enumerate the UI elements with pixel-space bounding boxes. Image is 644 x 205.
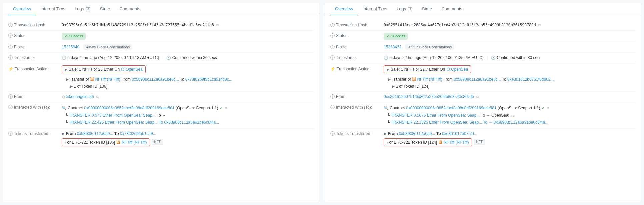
row-tokens-left: ? Tokens Transferred: ▶ From 0x58908c112… <box>8 129 314 148</box>
value-from-right: 0xe301612b0751f6d862a27be205fb8e3c40c8c6… <box>384 94 636 100</box>
status-badge-left: ✓ Success <box>62 33 86 40</box>
tab-internal-txns-left[interactable]: Internal Txns <box>36 3 70 15</box>
row-tokens-right: ? Tokens Transferred: ▶ From 0x58908c112… <box>330 129 636 148</box>
value-block-left: 15325640 40509 Block Confirmations <box>62 44 314 50</box>
help-icon-status: ? <box>8 33 13 38</box>
tx-hash-value-left: 0x98793c0e5fc5b7db1b5f438729ff2c2585cb5f… <box>62 23 214 27</box>
tab-comments-right[interactable]: Comments <box>437 3 467 15</box>
row-from-right: ? From: 0xe301612b0751f6d862a27be205fb8e… <box>330 92 636 102</box>
transfer-from-right[interactable]: 0x58908c112a6a91be6c... <box>454 77 501 82</box>
tab-state-left[interactable]: State <box>95 3 115 15</box>
opensea-link-right[interactable]: OpenSea <box>451 66 468 72</box>
verify-icon-right: ✓ <box>541 106 544 110</box>
transfer2-to-right[interactable]: To → 0x58908c112a6a91be6c6f4a... <box>483 120 548 125</box>
contract-address-right[interactable]: 0x00000000006c3852cbef3e08e8df289169ede5… <box>406 106 497 110</box>
transfer2-right[interactable]: TRANSFER 22.1325 Ether From OpenSea: Sea… <box>391 120 482 125</box>
arrow-tokens-left: ▶ <box>62 131 65 136</box>
value-tx-hash-right: 0x0295f410cca2686ae4a627efcd4b2af12e0f3f… <box>384 22 636 28</box>
contract-address-left[interactable]: 0x00000000006c3852cbef3e08e8df289169ede5… <box>84 106 175 110</box>
transfer-to-left[interactable]: 0x78f0269f5b1ca914c8c... <box>185 77 232 82</box>
tx-hash-value-right: 0x0295f410cca2686ae4a627efcd4b2af12e0f3f… <box>384 23 536 27</box>
confirmations-left: 40509 Block Confirmations <box>83 44 132 50</box>
block-number-left[interactable]: 15325640 <box>62 45 79 49</box>
block-number-right[interactable]: 15328432 <box>384 45 401 49</box>
help-icon-from-r: ? <box>330 94 335 99</box>
help-icon-timestamp-r: ? <box>330 55 335 60</box>
tokens-to-left[interactable]: 0x78f0269f5b1ca9... <box>120 131 156 136</box>
transfer1-right[interactable]: TRANSFER 0.5675 Ether From OpenSea: Seap… <box>391 113 480 118</box>
row-timestamp-left: ? Timestamp: 🕐 6 days 9 hrs ago (Aug-12-… <box>8 53 314 63</box>
row-action-right: ⚡ Transaction Action: ▶ Sale: 1 NFT For … <box>330 63 636 92</box>
tab-internal-txns-right[interactable]: Internal Txns <box>358 3 392 15</box>
label-block-right: ? Block: <box>330 44 384 49</box>
nft-token-icon-right: 🖼 <box>438 139 442 145</box>
clock-icon-right: 🕐 <box>384 56 388 60</box>
row-action-left: ⚡ Transaction Action: ▶ Sale: 1 NFT For … <box>8 63 314 92</box>
row-interacted-left: ? Interacted With (To): 🔍 Contract 0x000… <box>8 102 314 129</box>
nft-icon-left: 🖼 <box>90 77 94 82</box>
copy-contract-right[interactable]: ⧉ <box>547 106 549 110</box>
help-icon-block: ? <box>8 45 13 49</box>
tokens-from-left[interactable]: 0x58908c112a6a9... <box>77 131 113 136</box>
opensea-link-left[interactable]: OpenSea <box>126 66 143 72</box>
arrow-token-right: ▶ <box>392 84 395 89</box>
copy-tx-hash-left[interactable]: ⧉ <box>216 23 219 27</box>
transfer1-left[interactable]: TRANSFER 0.575 Ether From OpenSea: Seap.… <box>69 113 156 118</box>
copy-from-left[interactable]: ⧉ <box>96 95 99 99</box>
help-icon-status-r: ? <box>330 33 335 38</box>
help-icon-interacted-r: ? <box>330 105 335 109</box>
nft-link-left[interactable]: NFTiff (NFTiff) <box>95 77 120 82</box>
tokens-to-right[interactable]: 0xe301612b0751f... <box>442 131 477 136</box>
row-tx-hash-left: ? Transaction Hash: 0x98793c0e5fc5b7db1b… <box>8 20 314 31</box>
from-address-right[interactable]: 0xe301612b0751f6d862a27be205fb8e3c40c8c6… <box>384 94 474 99</box>
row-block-right: ? Block: 15328432 37717 Block Confirmati… <box>330 42 636 53</box>
tab-logs-left[interactable]: Logs (3) <box>70 3 95 15</box>
token-id-line-left: ▶ 1 of Token ID [106] <box>62 83 314 89</box>
check-icon-right: ✓ <box>386 33 389 39</box>
tab-overview-left[interactable]: Overview <box>8 3 36 15</box>
left-tabs: Overview Internal Txns Logs (3) State Co… <box>3 3 319 15</box>
contract-search-icon-left: 🔍 <box>62 106 67 110</box>
clock-icon-left: 🕐 <box>62 56 66 60</box>
value-timestamp-right: 🕐 5 days 22 hrs ago (Aug-12-2022 06:01:3… <box>384 55 636 61</box>
value-block-right: 15328432 37717 Block Confirmations <box>384 44 636 50</box>
label-timestamp-left: ? Timestamp: <box>8 55 62 60</box>
tab-logs-right[interactable]: Logs (3) <box>392 3 417 15</box>
confirmations-right: 37717 Block Confirmations <box>405 44 454 50</box>
arrow-icon-left: ▶ <box>65 67 67 72</box>
tab-comments-left[interactable]: Comments <box>115 3 145 15</box>
token-name-left[interactable]: NFTiff (NFTiff) <box>122 139 147 145</box>
row-interacted-right: ? Interacted With (To): 🔍 Contract 0x000… <box>330 102 636 129</box>
transfer2-left[interactable]: TRANSFER 22.425 Ether From OpenSea: Seap… <box>69 120 158 125</box>
value-from-left: ◇ tokenangels.eth ⧉ <box>62 94 314 100</box>
transfer-sub1-left: └ TRANSFER 0.575 Ether From OpenSea: Sea… <box>62 112 314 119</box>
label-status-left: ? Status: <box>8 33 62 38</box>
tokens-from-right[interactable]: 0x58908c112a6a9... <box>399 131 435 136</box>
from-address-left[interactable]: tokenangels.eth <box>66 94 94 99</box>
transfer2-to-left[interactable]: To 0x58908c112a6a91be6c6f4a... <box>159 120 219 125</box>
confirm-clock-right: 🕐 <box>491 56 496 60</box>
left-panel: Overview Internal Txns Logs (3) State Co… <box>3 3 319 202</box>
right-tabs: Overview Internal Txns Logs (3) State Co… <box>325 3 641 15</box>
copy-contract-left[interactable]: ⧉ <box>225 106 227 110</box>
transfer-to-right[interactable]: 0xe301612b0751f6d862... <box>507 77 554 82</box>
copy-from-right[interactable]: ⧉ <box>476 95 479 99</box>
value-tokens-left: ▶ From 0x58908c112a6a9... To 0x78f0269f5… <box>62 131 314 146</box>
value-tx-hash-left: 0x98793c0e5fc5b7db1b5f438729ff2c2585cb5f… <box>62 22 314 28</box>
token-name-right[interactable]: NFTiff (NFTiff) <box>444 139 469 145</box>
verify-icon-left: ✓ <box>219 106 222 110</box>
nft-link-right[interactable]: NFTiff (NFTiff) <box>417 77 442 82</box>
confirm-clock-left: 🕐 <box>166 56 171 60</box>
tab-state-right[interactable]: State <box>417 3 437 15</box>
copy-tx-hash-right[interactable]: ⧉ <box>538 23 541 27</box>
value-interacted-left: 🔍 Contract 0x00000000006c3852cbef3e08e8d… <box>62 104 314 126</box>
right-panel: Overview Internal Txns Logs (3) State Co… <box>325 3 641 202</box>
tokens-from-to-right: ▶ From 0x58908c112a6a9... To 0xe301612b0… <box>384 131 636 137</box>
label-tx-hash-left: ? Transaction Hash: <box>8 22 62 27</box>
tab-overview-right[interactable]: Overview <box>330 3 358 15</box>
contract-line-right: 🔍 Contract 0x00000000006c3852cbef3e08e8d… <box>384 104 636 112</box>
from-address-icon-left: ◇ <box>62 94 65 99</box>
opensea-icon-right: ⬡ <box>446 66 450 72</box>
token-id-box-left: For ERC-721 Token ID [106] 🖼 NFTiff (NFT… <box>62 138 150 146</box>
transfer-from-left[interactable]: 0x58908c112a6a91be6c... <box>132 77 179 82</box>
